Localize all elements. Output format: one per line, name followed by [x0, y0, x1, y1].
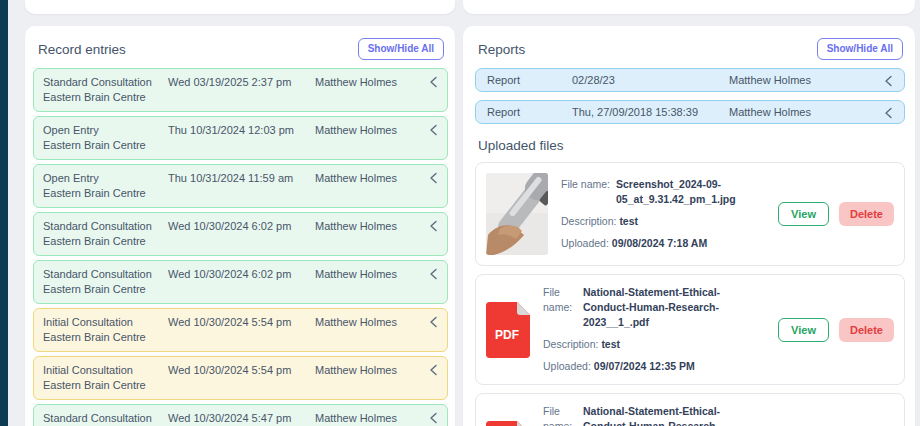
- uploaded-file-card: PDF File name: National-Statement-Ethica…: [475, 274, 905, 385]
- entry-type: Initial Consultation: [43, 315, 168, 330]
- file-name-label: File name:: [543, 404, 577, 426]
- entry-practitioner: Matthew Holmes: [315, 123, 424, 138]
- file-description-value: test: [619, 215, 638, 227]
- file-name-value: Screenshot_2024-09-05_at_9.31.42_pm_1.jp…: [616, 177, 765, 207]
- reports-title: Reports: [478, 42, 525, 57]
- file-description-label: Description:: [561, 215, 616, 227]
- record-entries-header: Record entries Show/Hide All: [38, 38, 444, 60]
- uploaded-file-list: File name: Screenshot_2024-09-05_at_9.31…: [475, 162, 905, 426]
- entry-datetime: Wed 10/30/2024 6:02 pm: [168, 267, 315, 282]
- record-entry-row[interactable]: Open Entry Thu 10/31/2024 11:59 am Matth…: [33, 164, 448, 208]
- entry-practitioner: Matthew Holmes: [315, 219, 424, 234]
- entry-datetime: Wed 10/30/2024 6:02 pm: [168, 219, 315, 234]
- file-description-row: Description: test: [561, 214, 765, 229]
- record-entries-title: Record entries: [38, 42, 126, 57]
- entry-type: Initial Consultation: [43, 363, 168, 378]
- chevron-left-icon[interactable]: [884, 107, 893, 119]
- entry-type: Open Entry: [43, 171, 168, 186]
- file-name-row: File name: Screenshot_2024-09-05_at_9.31…: [561, 177, 765, 207]
- report-label: Report: [487, 106, 572, 118]
- chevron-left-icon[interactable]: [429, 172, 438, 184]
- entry-clinic: Eastern Brain Centre: [43, 138, 438, 153]
- pdf-file-icon: PDF: [486, 421, 530, 426]
- report-list: Report 02/28/23 Matthew Holmes Report Th…: [475, 68, 905, 124]
- entry-practitioner: Matthew Holmes: [315, 315, 424, 330]
- entry-type: Open Entry: [43, 123, 168, 138]
- file-info: File name: National-Statement-Ethical-Co…: [543, 404, 765, 426]
- record-entry-row[interactable]: Standard Consultation Wed 10/30/2024 5:4…: [33, 404, 448, 426]
- chevron-left-icon[interactable]: [429, 412, 438, 424]
- uploaded-files-title: Uploaded files: [478, 138, 902, 153]
- record-entry-row[interactable]: Standard Consultation Wed 03/19/2025 2:3…: [33, 68, 448, 112]
- file-info: File name: National-Statement-Ethical-Co…: [543, 285, 765, 374]
- entry-clinic: Eastern Brain Centre: [43, 186, 438, 201]
- view-button[interactable]: View: [778, 318, 829, 342]
- delete-button[interactable]: Delete: [839, 318, 894, 342]
- entry-type: Standard Consultation: [43, 411, 168, 426]
- entry-practitioner: Matthew Holmes: [315, 411, 424, 426]
- file-name-row: File name: National-Statement-Ethical-Co…: [543, 285, 765, 330]
- top-cutoff-card-right: [463, 0, 915, 14]
- file-name-label: File name:: [561, 177, 610, 207]
- file-description-label: Description:: [543, 338, 598, 350]
- entry-type: Standard Consultation: [43, 219, 168, 234]
- entry-clinic: Eastern Brain Centre: [43, 234, 438, 249]
- entry-practitioner: Matthew Holmes: [315, 171, 424, 186]
- file-actions: View Delete: [778, 318, 894, 342]
- file-info: File name: Screenshot_2024-09-05_at_9.31…: [561, 177, 765, 251]
- entry-practitioner: Matthew Holmes: [315, 267, 424, 282]
- entry-datetime: Wed 10/30/2024 5:54 pm: [168, 363, 315, 378]
- pdf-file-icon: PDF: [486, 302, 530, 358]
- top-cutoff-card-left: [25, 0, 455, 14]
- record-entry-row[interactable]: Initial Consultation Wed 10/30/2024 5:54…: [33, 356, 448, 400]
- file-description-row: Description: test: [543, 337, 765, 352]
- file-name-value: National-Statement-Ethical-Conduct-Human…: [583, 285, 765, 330]
- entry-datetime: Thu 10/31/2024 12:03 pm: [168, 123, 315, 138]
- reports-show-hide-all-button[interactable]: Show/Hide All: [817, 38, 903, 60]
- left-nav-strip: [0, 0, 8, 426]
- entry-clinic: Eastern Brain Centre: [43, 378, 438, 393]
- entry-clinic: Eastern Brain Centre: [43, 282, 438, 297]
- report-date: 02/28/23: [572, 74, 729, 86]
- chevron-left-icon[interactable]: [429, 124, 438, 136]
- record-entry-list: Standard Consultation Wed 03/19/2025 2:3…: [33, 68, 448, 426]
- svg-text:PDF: PDF: [495, 328, 519, 342]
- entry-clinic: Eastern Brain Centre: [43, 330, 438, 345]
- file-actions: View Delete: [778, 202, 894, 226]
- record-entries-panel: Record entries Show/Hide All Standard Co…: [25, 26, 455, 426]
- entry-datetime: Wed 10/30/2024 5:47 pm: [168, 411, 315, 426]
- report-row[interactable]: Report 02/28/23 Matthew Holmes: [475, 68, 905, 92]
- record-entry-row[interactable]: Standard Consultation Wed 10/30/2024 6:0…: [33, 212, 448, 256]
- record-entry-row[interactable]: Initial Consultation Wed 10/30/2024 5:54…: [33, 308, 448, 352]
- file-uploaded-value: 09/08/2024 7:18 AM: [612, 237, 707, 249]
- reports-panel: Reports Show/Hide All Report 02/28/23 Ma…: [463, 26, 915, 426]
- chevron-left-icon[interactable]: [429, 364, 438, 376]
- chevron-left-icon[interactable]: [884, 75, 893, 87]
- report-row[interactable]: Report Thu, 27/09/2018 15:38:39 Matthew …: [475, 100, 905, 124]
- entry-clinic: Eastern Brain Centre: [43, 90, 438, 105]
- file-description-value: test: [601, 338, 620, 350]
- report-practitioner: Matthew Holmes: [729, 74, 879, 86]
- delete-button[interactable]: Delete: [839, 202, 894, 226]
- record-entries-show-hide-all-button[interactable]: Show/Hide All: [358, 38, 444, 60]
- uploaded-file-card: PDF File name: National-Statement-Ethica…: [475, 393, 905, 426]
- file-name-label: File name:: [543, 285, 577, 330]
- record-entry-row[interactable]: Open Entry Thu 10/31/2024 12:03 pm Matth…: [33, 116, 448, 160]
- entry-practitioner: Matthew Holmes: [315, 75, 424, 90]
- entry-datetime: Thu 10/31/2024 11:59 am: [168, 171, 315, 186]
- file-uploaded-label: Uploaded:: [561, 237, 609, 249]
- entry-practitioner: Matthew Holmes: [315, 363, 424, 378]
- file-name-value: National-Statement-Ethical-Conduct-Human…: [583, 404, 765, 426]
- file-uploaded-value: 09/07/2024 12:35 PM: [594, 360, 695, 372]
- entry-type: Standard Consultation: [43, 267, 168, 282]
- chevron-left-icon[interactable]: [429, 316, 438, 328]
- chevron-left-icon[interactable]: [429, 268, 438, 280]
- view-button[interactable]: View: [778, 202, 829, 226]
- chevron-left-icon[interactable]: [429, 76, 438, 88]
- file-photo-thumbnail[interactable]: [486, 173, 548, 255]
- file-uploaded-row: Uploaded: 09/07/2024 12:35 PM: [543, 359, 765, 374]
- entry-datetime: Wed 03/19/2025 2:37 pm: [168, 75, 315, 90]
- file-name-row: File name: National-Statement-Ethical-Co…: [543, 404, 765, 426]
- chevron-left-icon[interactable]: [429, 220, 438, 232]
- record-entry-row[interactable]: Standard Consultation Wed 10/30/2024 6:0…: [33, 260, 448, 304]
